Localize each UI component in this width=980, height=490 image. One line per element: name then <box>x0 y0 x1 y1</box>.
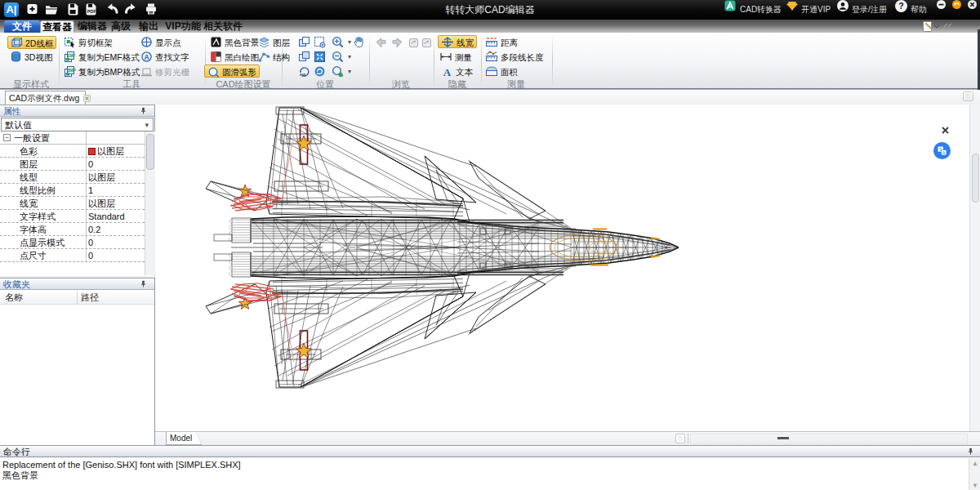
svg-text:BMP: BMP <box>68 69 76 73</box>
svg-text:35: 35 <box>301 73 306 78</box>
svg-text:?: ? <box>898 1 903 11</box>
svg-text:EMF: EMF <box>68 54 76 58</box>
svg-text:A: A <box>942 150 946 155</box>
svg-text:A: A <box>443 66 452 78</box>
svg-text:A: A <box>144 53 149 61</box>
